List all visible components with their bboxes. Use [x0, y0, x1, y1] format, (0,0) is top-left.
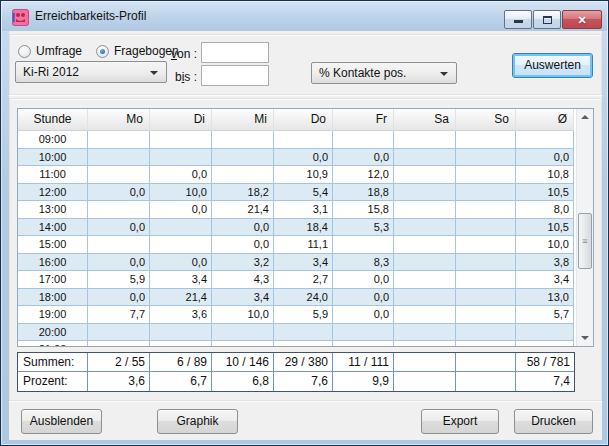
value-cell	[212, 149, 274, 167]
von-label: von :	[161, 47, 197, 61]
value-cell	[394, 131, 456, 149]
summary-cell: 29 / 380	[274, 353, 333, 371]
scrollbar-thumb[interactable]: ≡	[578, 213, 592, 269]
auswerten-button[interactable]: Auswerten	[512, 53, 593, 78]
value-cell	[150, 341, 212, 347]
summary-cell: 3,6	[88, 372, 150, 391]
value-cell: 24,0	[274, 289, 333, 307]
value-cell	[333, 341, 394, 347]
grid-row[interactable]: 20:00	[18, 324, 574, 342]
drucken-button[interactable]: Drucken	[514, 409, 593, 434]
hour-cell: 17:00	[18, 271, 88, 289]
column-header[interactable]: Do	[274, 109, 333, 131]
column-header[interactable]: Mi	[212, 109, 274, 131]
column-header[interactable]: Sa	[394, 109, 456, 131]
hour-cell: 13:00	[18, 201, 88, 219]
grid-row[interactable]: 16:000,00,03,23,48,33,8	[18, 254, 574, 272]
value-cell: 12,0	[333, 166, 394, 184]
minimize-button[interactable]	[504, 10, 532, 29]
value-cell: 3,2	[212, 254, 274, 272]
value-cell: 10,5	[516, 219, 574, 237]
ausblenden-button[interactable]: Ausblenden	[21, 409, 102, 434]
value-cell	[456, 271, 516, 289]
value-cell	[456, 306, 516, 324]
grid-row[interactable]: 13:000,021,43,115,88,0	[18, 201, 574, 219]
value-cell	[394, 341, 456, 347]
value-cell	[456, 289, 516, 307]
graphik-button[interactable]: Graphik	[157, 409, 238, 434]
value-cell: 3,4	[516, 271, 574, 289]
grid-row[interactable]: 14:000,00,018,45,310,5	[18, 219, 574, 237]
grid-row[interactable]: 09:00	[18, 131, 574, 149]
value-cell: 10,8	[516, 166, 574, 184]
summary-table: Summen:2 / 556 / 8910 / 14629 / 38011 / …	[17, 352, 575, 392]
summary-cell: 10 / 146	[212, 353, 274, 371]
hour-cell: 12:00	[18, 184, 88, 202]
value-cell	[456, 201, 516, 219]
column-header[interactable]: So	[456, 109, 516, 131]
summary-label: Summen:	[18, 353, 88, 371]
column-header[interactable]: Mo	[88, 109, 150, 131]
value-cell	[150, 219, 212, 237]
summary-cell: 2 / 55	[88, 353, 150, 371]
value-cell: 3,4	[150, 271, 212, 289]
value-cell: 0,0	[333, 149, 394, 167]
value-cell	[394, 149, 456, 167]
hour-cell: 18:00	[18, 289, 88, 307]
bis-label: bis :	[161, 70, 197, 84]
title-bar[interactable]: Erreichbarkeits-Profil ✕	[2, 2, 607, 31]
grid-row[interactable]: 11:000,010,912,010,8	[18, 166, 574, 184]
value-cell	[88, 149, 150, 167]
summary-cell: 58 / 781	[516, 353, 574, 371]
radio-umfrage[interactable]: Umfrage	[18, 44, 82, 58]
grid-row[interactable]: 19:007,73,610,05,90,05,7	[18, 306, 574, 324]
grid-row[interactable]: 18:000,021,43,424,00,013,0	[18, 289, 574, 307]
value-cell: 10,0	[516, 236, 574, 254]
value-cell: 5,9	[274, 306, 333, 324]
survey-select[interactable]: Ki-Ri 2012	[15, 61, 167, 83]
grid-row[interactable]: 21:00	[18, 341, 574, 347]
column-header[interactable]: Stunde	[18, 109, 88, 131]
summen-row: Summen:2 / 556 / 8910 / 14629 / 38011 / …	[18, 353, 574, 372]
value-cell	[394, 219, 456, 237]
close-button[interactable]: ✕	[562, 10, 602, 29]
maximize-icon	[543, 16, 552, 24]
value-cell	[150, 324, 212, 342]
value-cell	[150, 131, 212, 149]
value-cell: 0,0	[212, 219, 274, 237]
export-button[interactable]: Export	[421, 409, 499, 434]
value-cell	[394, 254, 456, 272]
summary-cell: 6,8	[212, 372, 274, 391]
von-input[interactable]	[201, 42, 269, 63]
grid-row[interactable]: 10:000,00,00,0	[18, 149, 574, 167]
metric-select[interactable]: % Kontakte pos.	[311, 62, 457, 84]
grid-row[interactable]: 12:000,010,018,25,418,810,5	[18, 184, 574, 202]
value-cell	[274, 341, 333, 347]
radio-umfrage-indicator	[18, 45, 31, 58]
hours-grid: StundeMoDiMiDoFrSaSoØ 09:0010:000,00,00,…	[17, 108, 594, 347]
chevron-down-icon	[440, 72, 448, 76]
value-cell: 18,8	[333, 184, 394, 202]
scroll-down-button[interactable]	[577, 330, 594, 346]
value-cell: 0,0	[333, 289, 394, 307]
hour-cell: 19:00	[18, 306, 88, 324]
value-cell: 21,4	[212, 201, 274, 219]
column-header[interactable]: Fr	[333, 109, 394, 131]
value-cell	[394, 201, 456, 219]
value-cell: 0,0	[88, 219, 150, 237]
hour-cell: 20:00	[18, 324, 88, 342]
grid-row[interactable]: 17:005,93,44,32,70,03,4	[18, 271, 574, 289]
value-cell: 10,0	[150, 184, 212, 202]
value-cell	[333, 236, 394, 254]
maximize-button[interactable]	[533, 10, 561, 29]
summary-cell: 6 / 89	[150, 353, 212, 371]
grid-row[interactable]: 15:000,011,110,0	[18, 236, 574, 254]
value-cell: 4,3	[212, 271, 274, 289]
grid-body: 09:0010:000,00,00,011:000,010,912,010,81…	[18, 131, 574, 347]
vertical-scrollbar[interactable]: ≡	[576, 109, 593, 346]
bis-input[interactable]	[201, 65, 269, 86]
column-header[interactable]: Ø	[516, 109, 574, 131]
column-header[interactable]: Di	[150, 109, 212, 131]
hour-cell: 16:00	[18, 254, 88, 272]
scroll-up-button[interactable]	[577, 109, 594, 125]
